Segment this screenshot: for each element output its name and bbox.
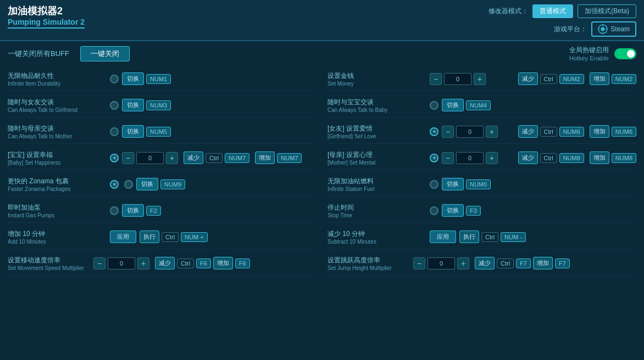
num-control: − + — [442, 126, 498, 138]
item-en-label: Can Always Talk to Girlfriend — [8, 107, 107, 113]
increase-btn[interactable]: 增加 — [590, 72, 609, 85]
increase-button[interactable]: + — [137, 257, 149, 269]
item-cn-label: [母亲] 设置心理 — [327, 150, 426, 160]
key-badge-num0: NUM0 — [466, 179, 491, 189]
item-en-label: Stop Time — [327, 212, 426, 218]
switch-button[interactable]: 切换 — [122, 204, 144, 217]
item-en-label: Infinite Item Durability — [8, 81, 107, 87]
item-cn-label: 随时与母亲交谈 — [8, 124, 107, 133]
key-badge-num1: NUM1 — [146, 74, 171, 84]
toggle-circle[interactable] — [110, 127, 119, 136]
item-controls: 执行 Ctrl NUM - — [459, 230, 636, 243]
increase-btn[interactable]: 增加 — [213, 257, 233, 269]
switch-button[interactable]: 切换 — [136, 178, 158, 190]
hotkey-toggle[interactable] — [614, 48, 636, 59]
ctrl-badge: Ctrl — [540, 153, 557, 163]
decrease-button[interactable]: − — [93, 257, 106, 269]
sub-title: Pumping Simulator 2 — [8, 18, 85, 29]
key-badge-f3: F3 — [466, 206, 481, 216]
increase-btn[interactable]: 增加 — [255, 151, 275, 164]
item-cn-label: 即时加油泵 — [8, 203, 107, 212]
key-badge-num4: NUM4 — [466, 100, 491, 110]
number-input[interactable] — [108, 257, 135, 269]
switch-button[interactable]: 切换 — [122, 125, 144, 138]
toggle-circle[interactable] — [110, 206, 119, 215]
one-key-button[interactable]: 一键关闭 — [80, 46, 130, 61]
key-badge-f6b: F6 — [235, 258, 250, 268]
reduce-btn[interactable]: 减少 — [155, 257, 175, 269]
reduce-button[interactable]: 减少 — [518, 72, 538, 85]
beta-mode-button[interactable]: 加强模式(Beta) — [578, 4, 636, 18]
item-en-label: [Girlfriend] Set Love — [327, 133, 426, 139]
item-controls: 切换 NUM3 — [122, 99, 317, 111]
decrease-button[interactable]: − — [442, 126, 454, 138]
switch-button[interactable]: 切换 — [442, 178, 464, 190]
apply-button[interactable]: 应用 — [430, 230, 456, 243]
key-badge-num5: NUM5 — [146, 127, 171, 137]
increase-btn[interactable]: 增加 — [590, 125, 609, 138]
key-badge-f6: F6 — [196, 258, 211, 268]
number-input[interactable] — [136, 152, 164, 164]
item-en-label: Infinite Station Fuel — [327, 186, 426, 192]
switch-button[interactable]: 切换 — [442, 99, 464, 111]
reduce-btn[interactable]: 减少 — [184, 151, 203, 164]
item-infinite-fuel: 无限加油站燃料 Infinite Station Fuel 切换 NUM0 — [327, 172, 636, 196]
item-cn-label: 减少 10 分钟 — [327, 229, 426, 239]
number-input[interactable] — [456, 126, 484, 138]
key-badge-numminus: NUM - — [501, 232, 526, 242]
number-input[interactable] — [444, 73, 471, 85]
decrease-button[interactable]: − — [430, 73, 442, 85]
toggle-circle[interactable] — [124, 180, 133, 189]
item-controls: 切换 F3 — [442, 204, 636, 217]
decrease-button[interactable]: − — [413, 257, 425, 269]
execute-button[interactable]: 执行 — [140, 230, 159, 243]
item-en-label: [Baby] Set Happiness — [8, 160, 107, 166]
steam-platform-button[interactable]: Steam — [591, 21, 636, 37]
apply-button[interactable]: 应用 — [110, 230, 136, 243]
item-en-label: Instant Gas Pumps — [8, 212, 107, 218]
decrease-button[interactable]: − — [122, 152, 134, 164]
reduce-button[interactable]: 减少 — [518, 125, 538, 138]
increase-button[interactable]: + — [486, 126, 498, 138]
key-badge: NUM6 — [559, 127, 584, 137]
item-en-label: Set Money — [327, 81, 426, 87]
execute-button[interactable]: 执行 — [459, 230, 479, 243]
key-badge: NUM2 — [559, 74, 584, 84]
toggle-circle[interactable] — [430, 180, 438, 189]
increase-button[interactable]: + — [486, 152, 498, 164]
item-cn-label: 更快的 Zonama 包裹 — [8, 177, 107, 186]
increase-button[interactable]: + — [457, 257, 469, 269]
switch-button[interactable]: 切换 — [442, 204, 464, 217]
increase-btn[interactable]: 增加 — [533, 257, 553, 269]
toggle-circle[interactable] — [110, 101, 119, 110]
number-input[interactable] — [456, 152, 484, 164]
switch-button[interactable]: 切换 — [122, 99, 144, 111]
switch-button[interactable]: 切换 — [122, 72, 144, 85]
reduce-btn[interactable]: 减少 — [475, 257, 495, 269]
key-badge-num7b: NUM7 — [277, 153, 302, 163]
ctrl-badge: Ctrl — [481, 232, 498, 242]
increase-button[interactable]: + — [166, 152, 178, 164]
toggle-circle[interactable] — [430, 206, 438, 215]
reduce-button[interactable]: 减少 — [518, 151, 538, 164]
item-en-label: Subtract 10 Minutes — [327, 239, 426, 245]
item-controls: 切换 NUM4 — [442, 99, 636, 111]
right-controls: 减少 Ctrl NUM2 — [518, 72, 584, 85]
toggle-circle-star[interactable]: ★ — [430, 127, 438, 136]
item-baby-happiness: [宝宝] 设置幸福 [Baby] Set Happiness ★ − + 减少 … — [8, 146, 317, 170]
decrease-button[interactable]: − — [442, 152, 454, 164]
item-set-money: 设置金钱 Set Money − + 减少 Ctrl NUM2 增加 NUM2 — [327, 67, 636, 91]
hotkey-en-label: Hotkey Enable — [569, 55, 609, 61]
toggle-circle-star[interactable]: ★ — [430, 154, 438, 162]
right-controls: 减少 Ctrl NUM8 — [518, 151, 584, 164]
increase-btn[interactable]: 增加 — [590, 151, 609, 164]
normal-mode-button[interactable]: 普通模式 — [532, 4, 573, 18]
toggle-circle[interactable] — [110, 75, 119, 83]
item-controls: 切换 F2 — [122, 204, 317, 217]
toggle-circle[interactable] — [430, 101, 438, 110]
toggle-circle-star[interactable]: ★ — [110, 180, 119, 189]
toggle-circle-star[interactable]: ★ — [110, 154, 119, 162]
increase-button[interactable]: + — [474, 73, 486, 85]
number-input[interactable] — [428, 257, 455, 269]
items-grid: 无限物品耐久性 Infinite Item Durability 切换 NUM1… — [8, 67, 636, 275]
